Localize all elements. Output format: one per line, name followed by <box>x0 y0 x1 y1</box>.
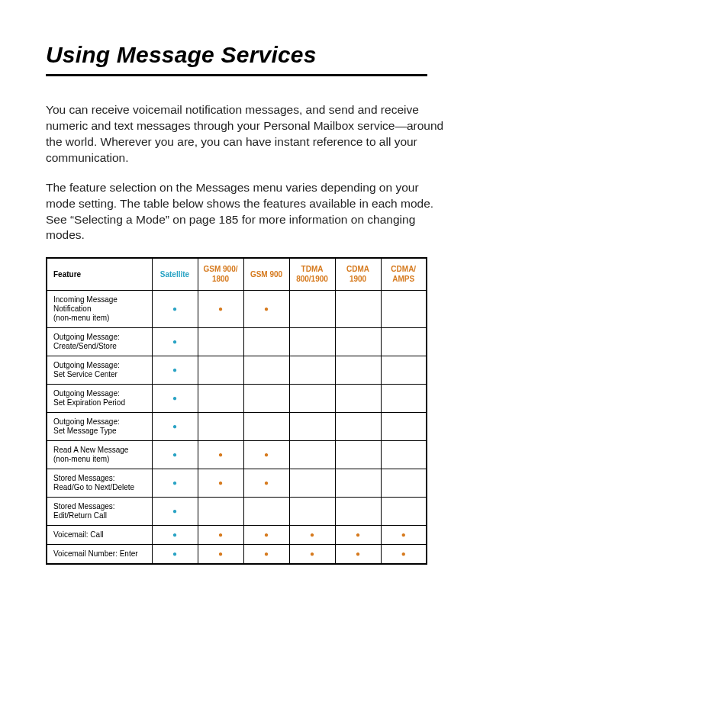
dot-available-icon: ● <box>218 530 223 539</box>
availability-cell: ● <box>198 526 243 545</box>
availability-cell: ● <box>152 291 198 328</box>
availability-cell: ● <box>198 545 243 565</box>
availability-cell: ● <box>152 545 198 565</box>
availability-cell: ● <box>198 441 243 469</box>
availability-cell <box>198 356 243 385</box>
col-cdma-amps: CDMA/ AMPS <box>381 258 427 291</box>
availability-cell: ● <box>381 545 427 565</box>
feature-cell: Stored Messages:Edit/Return Call <box>47 498 152 526</box>
availability-cell: ● <box>243 526 289 545</box>
availability-cell: ● <box>152 328 198 356</box>
availability-cell <box>289 441 335 469</box>
dot-available-icon: ● <box>218 450 223 459</box>
availability-cell <box>381 328 427 356</box>
availability-cell <box>381 469 427 498</box>
dot-satellite-icon: ● <box>172 549 177 558</box>
dot-satellite-icon: ● <box>172 422 177 430</box>
table-row: Incoming Message Notification(non-menu i… <box>47 291 427 328</box>
dot-available-icon: ● <box>218 304 223 313</box>
availability-cell <box>289 385 335 413</box>
table-row: Stored Messages:Read/Go to Next/Delete●●… <box>47 469 427 498</box>
availability-cell: ● <box>289 545 335 565</box>
intro-paragraph-1: You can receive voicemail notification m… <box>46 102 450 166</box>
table-row: Stored Messages:Edit/Return Call● <box>47 498 427 526</box>
availability-cell: ● <box>243 291 289 328</box>
table-row: Outgoing Message:Set Message Type● <box>47 413 427 441</box>
feature-cell: Outgoing Message:Create/Send/Store <box>47 328 152 356</box>
availability-cell <box>335 413 381 441</box>
feature-cell: Outgoing Message:Set Service Center <box>47 356 152 385</box>
dot-satellite-icon: ● <box>172 450 177 459</box>
availability-cell: ● <box>243 545 289 565</box>
availability-cell <box>335 291 381 328</box>
availability-cell: ● <box>152 385 198 413</box>
table-row: Read A New Message(non-menu item)●●● <box>47 441 427 469</box>
availability-cell <box>381 441 427 469</box>
availability-cell: ● <box>289 526 335 545</box>
availability-cell <box>289 328 335 356</box>
feature-cell: Voicemail Number: Enter <box>47 545 152 565</box>
feature-cell: Voicemail: Call <box>47 526 152 545</box>
dot-available-icon: ● <box>264 478 269 487</box>
availability-cell: ● <box>335 545 381 565</box>
intro-paragraph-2: The feature selection on the Messages me… <box>46 180 450 244</box>
availability-cell <box>335 356 381 385</box>
availability-cell <box>335 441 381 469</box>
availability-cell: ● <box>152 356 198 385</box>
availability-cell <box>381 385 427 413</box>
availability-cell: ● <box>152 526 198 545</box>
dot-available-icon: ● <box>218 478 223 487</box>
feature-cell: Incoming Message Notification(non-menu i… <box>47 291 152 328</box>
availability-cell <box>381 291 427 328</box>
availability-cell: ● <box>335 526 381 545</box>
availability-cell <box>198 328 243 356</box>
dot-available-icon: ● <box>218 549 223 558</box>
dot-available-icon: ● <box>264 304 269 313</box>
availability-cell: ● <box>198 469 243 498</box>
availability-cell: ● <box>243 469 289 498</box>
title-underline <box>46 74 427 76</box>
table-row: Outgoing Message:Set Expiration Period● <box>47 385 427 413</box>
table-row: Voicemail Number: Enter●●●●●● <box>47 545 427 565</box>
availability-cell <box>289 498 335 526</box>
availability-cell <box>289 469 335 498</box>
availability-cell: ● <box>152 498 198 526</box>
availability-cell <box>243 498 289 526</box>
col-cdma-1900: CDMA 1900 <box>335 258 381 291</box>
availability-cell <box>381 356 427 385</box>
dot-satellite-icon: ● <box>172 337 177 346</box>
dot-satellite-icon: ● <box>172 304 177 313</box>
availability-cell: ● <box>243 441 289 469</box>
feature-cell: Stored Messages:Read/Go to Next/Delete <box>47 469 152 498</box>
availability-cell: ● <box>152 413 198 441</box>
col-feature: Feature <box>47 258 152 291</box>
availability-cell: ● <box>198 291 243 328</box>
col-satellite: Satellite <box>152 258 198 291</box>
dot-available-icon: ● <box>264 549 269 558</box>
availability-cell <box>335 328 381 356</box>
availability-cell <box>198 413 243 441</box>
availability-cell <box>198 385 243 413</box>
availability-cell <box>335 469 381 498</box>
feature-cell: Outgoing Message:Set Message Type <box>47 413 152 441</box>
col-tdma: TDMA 800/1900 <box>289 258 335 291</box>
col-gsm-900-1800: GSM 900/ 1800 <box>198 258 243 291</box>
feature-cell: Outgoing Message:Set Expiration Period <box>47 385 152 413</box>
table-row: Outgoing Message:Set Service Center● <box>47 356 427 385</box>
dot-available-icon: ● <box>310 549 314 558</box>
availability-cell <box>335 385 381 413</box>
availability-cell <box>198 498 243 526</box>
dot-available-icon: ● <box>401 549 406 558</box>
dot-satellite-icon: ● <box>172 530 177 539</box>
dot-satellite-icon: ● <box>172 394 177 402</box>
dot-available-icon: ● <box>356 549 360 558</box>
dot-satellite-icon: ● <box>172 507 177 515</box>
page-title: Using Message Services <box>46 42 682 68</box>
dot-available-icon: ● <box>401 530 406 539</box>
availability-cell <box>243 328 289 356</box>
table-header-row: Feature Satellite GSM 900/ 1800 GSM 900 … <box>47 258 427 291</box>
col-gsm-900: GSM 900 <box>243 258 289 291</box>
feature-cell: Read A New Message(non-menu item) <box>47 441 152 469</box>
availability-cell <box>289 413 335 441</box>
table-row: Voicemail: Call●●●●●● <box>47 526 427 545</box>
